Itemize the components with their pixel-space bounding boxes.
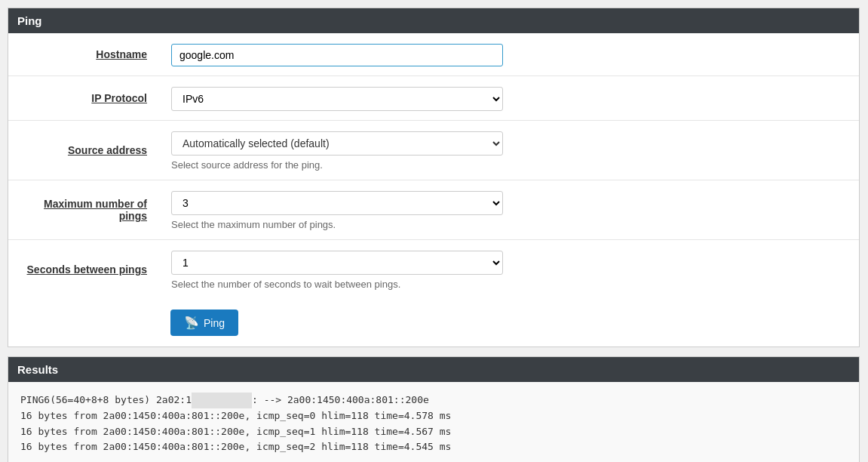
ip-protocol-cell: IPv4 IPv6: [159, 76, 859, 121]
max-pings-hint: Select the maximum number of pings.: [171, 219, 847, 230]
ip-protocol-select[interactable]: IPv4 IPv6: [171, 87, 503, 111]
source-address-hint: Select source address for the ping.: [171, 159, 847, 171]
ping-button[interactable]: 📡 Ping: [170, 310, 238, 336]
ip-protocol-label: IP Protocol: [8, 76, 159, 121]
seconds-between-select[interactable]: 1 2 3 5 10: [171, 251, 503, 275]
max-pings-select[interactable]: 1 2 3 4 5 10: [171, 191, 503, 215]
hostname-label: Hostname: [8, 33, 159, 76]
ping-icon: 📡: [184, 316, 199, 330]
results-body: PING6(56=40+8+8 bytes) 2a02:1 : --> 2a00…: [8, 382, 859, 462]
seconds-between-row: Seconds between pings 1 2 3 5 10 Select …: [8, 240, 859, 300]
source-address-select[interactable]: Automatically selected (default): [171, 131, 503, 156]
ping-button-label: Ping: [204, 317, 225, 329]
results-title: Results: [17, 363, 58, 376]
results-header: Results: [8, 357, 859, 382]
seconds-between-hint: Select the number of seconds to wait bet…: [171, 279, 847, 290]
seconds-between-cell: 1 2 3 5 10 Select the number of seconds …: [159, 240, 859, 300]
result-line-2: 16 bytes from 2a00:1450:400a:801::200e, …: [20, 408, 847, 424]
source-address-label: Source address: [8, 121, 159, 180]
source-address-row: Source address Automatically selected (d…: [8, 121, 859, 180]
hostname-row: Hostname: [8, 33, 859, 76]
ping-panel-title: Ping: [17, 14, 42, 27]
ping-panel-header: Ping: [8, 8, 859, 33]
max-pings-row: Maximum number of pings 1 2 3 4 5 10 Sel…: [8, 180, 859, 240]
result-line-3: 16 bytes from 2a00:1450:400a:801::200e, …: [20, 424, 847, 440]
ip-protocol-row: IP Protocol IPv4 IPv6: [8, 76, 859, 121]
max-pings-label: Maximum number of pings: [8, 180, 159, 240]
source-address-cell: Automatically selected (default) Select …: [159, 121, 859, 180]
results-panel: Results PING6(56=40+8+8 bytes) 2a02:1 : …: [8, 356, 860, 462]
seconds-between-label: Seconds between pings: [8, 240, 159, 300]
result-blank: [20, 455, 847, 462]
result-line-1: PING6(56=40+8+8 bytes) 2a02:1 : --> 2a00…: [20, 393, 847, 408]
result-line-4: 16 bytes from 2a00:1450:400a:801::200e, …: [20, 439, 847, 455]
hostname-input[interactable]: [171, 44, 503, 66]
max-pings-cell: 1 2 3 4 5 10 Select the maximum number o…: [159, 180, 859, 240]
hostname-cell: [159, 33, 859, 76]
ping-form: Hostname IP Protocol IPv4 IPv6 Source ad…: [8, 33, 859, 299]
ping-panel: Ping Hostname IP Protocol IPv4 IPv6 Sour…: [8, 8, 860, 347]
